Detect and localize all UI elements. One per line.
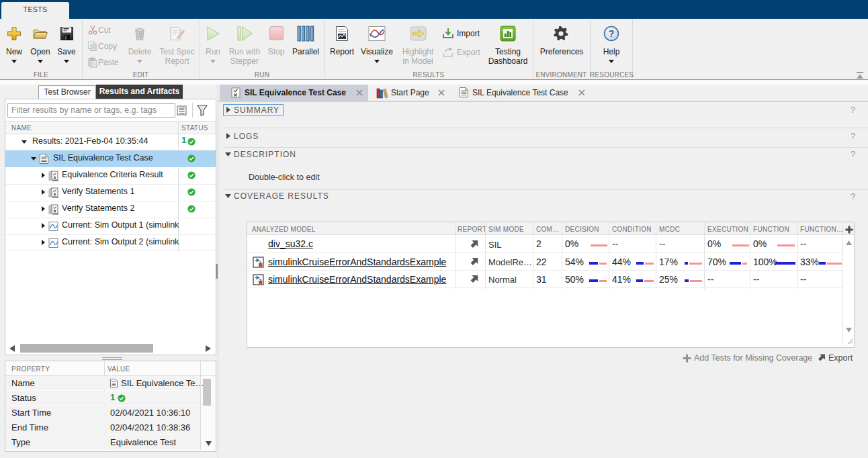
svg-text:?: ? (609, 28, 615, 39)
